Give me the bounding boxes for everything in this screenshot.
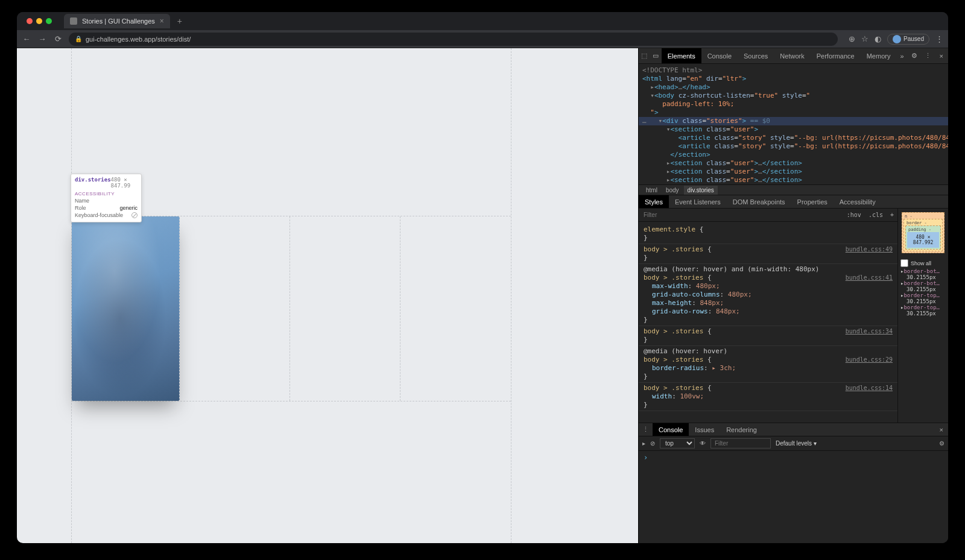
drawer-menu-icon[interactable]: ⋮ — [639, 426, 653, 433]
cls-toggle[interactable]: .cls — [865, 212, 887, 218]
styles-tab-accessibility[interactable]: Accessibility — [834, 195, 882, 208]
search-icon[interactable]: ⊕ — [849, 34, 855, 43]
story-card[interactable] — [403, 216, 511, 401]
tab-title: Stories | GUI Challenges — [82, 17, 155, 25]
devtools-tabbar: ⬚ ▭ Elements Console Sources Network Per… — [639, 48, 948, 64]
tab-strip: Stories | GUI Challenges × + — [17, 12, 948, 30]
back-button[interactable]: ← — [22, 34, 31, 43]
profile-button[interactable]: Paused — [887, 34, 929, 45]
settings-icon[interactable]: ⚙ — [908, 52, 921, 60]
styles-tabbar: Styles Event Listeners DOM Breakpoints P… — [639, 195, 948, 209]
tooltip-role-val: generic — [119, 205, 138, 211]
styles-tab-properties[interactable]: Properties — [791, 195, 834, 208]
box-model[interactable]: n - border - padding - 480 × 847.992 — [898, 209, 948, 257]
inspect-element-icon[interactable]: ⬚ — [639, 52, 650, 60]
window-controls[interactable] — [22, 18, 57, 24]
favicon-icon — [70, 17, 77, 25]
rendered-page[interactable]: div.stories 480 × 847.99 ACCESSIBILITY N… — [17, 48, 638, 543]
forward-button[interactable]: → — [37, 34, 47, 43]
drawer-tab-console[interactable]: Console — [653, 423, 689, 436]
reload-button[interactable]: ⟳ — [53, 34, 63, 43]
log-levels[interactable]: Default levels ▾ — [776, 440, 817, 447]
dom-tree[interactable]: <!DOCTYPE html> <html lang="en" dir="ltr… — [639, 64, 948, 184]
clear-console-icon[interactable]: ⊘ — [650, 440, 655, 447]
browser-tab[interactable]: Stories | GUI Challenges × — [64, 14, 170, 28]
browser-window: Stories | GUI Challenges × + ← → ⟳ 🔒 gui… — [17, 12, 948, 543]
drawer-tabbar: ⋮ Console Issues Rendering × — [639, 423, 948, 436]
maximize-window-icon[interactable] — [46, 18, 52, 24]
new-style-rule-icon[interactable]: + — [887, 212, 897, 218]
console-prompt: › — [644, 453, 648, 462]
minimize-window-icon[interactable] — [36, 18, 42, 24]
hov-toggle[interactable]: :hov — [843, 212, 865, 218]
computed-sidebar: n - border - padding - 480 × 847.992 Sho… — [897, 209, 948, 423]
tooltip-dimensions: 480 × 847.99 — [111, 177, 138, 189]
devtools-panel: ⬚ ▭ Elements Console Sources Network Per… — [638, 48, 948, 543]
null-icon — [131, 212, 138, 218]
devtools-menu-icon[interactable]: ⋮ — [921, 52, 935, 60]
profile-label: Paused — [903, 36, 924, 42]
live-expression-icon[interactable]: 👁 — [700, 440, 706, 447]
close-tab-icon[interactable]: × — [160, 17, 164, 25]
tooltip-selector: div.stories — [75, 177, 111, 189]
close-devtools-icon[interactable]: × — [935, 52, 948, 60]
dom-body-style: padding-left: 10%; — [662, 100, 734, 108]
bm-content: 480 × 847.992 — [907, 232, 939, 248]
close-drawer-icon[interactable]: × — [935, 426, 948, 433]
tab-memory[interactable]: Memory — [861, 48, 897, 63]
tab-network[interactable]: Network — [774, 48, 810, 63]
dom-doctype: <!DOCTYPE html> — [642, 66, 702, 74]
tab-console[interactable]: Console — [701, 48, 738, 63]
address-bar[interactable]: 🔒 gui-challenges.web.app/stories/dist/ — [69, 33, 838, 46]
drawer-tab-issues[interactable]: Issues — [689, 423, 720, 436]
styles-filter-bar: :hov .cls + — [639, 209, 897, 222]
console-settings-icon[interactable]: ⚙ — [939, 440, 944, 447]
breadcrumb-item[interactable]: body — [662, 186, 683, 195]
bookmark-icon[interactable]: ☆ — [861, 34, 868, 43]
context-select[interactable]: top — [660, 438, 695, 448]
content-area: div.stories 480 × 847.99 ACCESSIBILITY N… — [17, 48, 948, 543]
tab-elements[interactable]: Elements — [662, 48, 701, 63]
tooltip-name-key: Name — [75, 198, 89, 204]
breadcrumb-item[interactable]: html — [642, 186, 661, 195]
show-all-label: Show all — [911, 260, 931, 266]
story-card[interactable] — [72, 216, 180, 401]
styles-filter-input[interactable] — [639, 212, 843, 218]
styles-tab-event-listeners[interactable]: Event Listeners — [669, 195, 727, 208]
styles-body: :hov .cls + element.style {}bundle.css:4… — [639, 209, 948, 423]
lock-icon: 🔒 — [75, 36, 82, 42]
dom-breadcrumb: html body div.stories — [639, 184, 948, 195]
tooltip-role-key: Role — [75, 205, 86, 211]
tooltip-focus-key: Keyboard-focusable — [75, 212, 123, 218]
extensions-icon[interactable]: ◐ — [875, 34, 881, 43]
toolbar: ← → ⟳ 🔒 gui-challenges.web.app/stories/d… — [17, 30, 948, 48]
browser-menu-icon[interactable]: ⋮ — [935, 34, 943, 43]
bm-padding: padding - — [907, 227, 939, 232]
story-card[interactable] — [182, 216, 290, 401]
css-rules[interactable]: element.style {}bundle.css:49body > .sto… — [639, 222, 897, 423]
console-filter-input[interactable] — [710, 438, 771, 448]
show-all-checkbox[interactable]: Show all — [900, 258, 946, 268]
new-tab-button[interactable]: + — [174, 16, 186, 26]
stories-container — [71, 48, 511, 543]
styles-tab-dom-breakpoints[interactable]: DOM Breakpoints — [727, 195, 791, 208]
drawer-tab-rendering[interactable]: Rendering — [720, 423, 763, 436]
console-sidebar-icon[interactable]: ▸ — [642, 440, 645, 447]
tab-sources[interactable]: Sources — [738, 48, 774, 63]
console-toolbar: ▸ ⊘ top 👁 Default levels ▾ ⚙ — [639, 436, 948, 451]
element-inspector-tooltip: div.stories 480 × 847.99 ACCESSIBILITY N… — [71, 174, 142, 222]
url-text: gui-challenges.web.app/stories/dist/ — [86, 36, 191, 43]
avatar-icon — [893, 35, 901, 43]
stories-grid — [72, 216, 511, 401]
device-toolbar-icon[interactable]: ▭ — [650, 52, 662, 60]
story-card[interactable] — [293, 216, 400, 401]
console-drawer: ⋮ Console Issues Rendering × ▸ ⊘ top 👁 D… — [639, 423, 948, 543]
breadcrumb-item[interactable]: div.stories — [684, 186, 718, 195]
bm-border: border - — [905, 221, 941, 225]
styles-tab-styles[interactable]: Styles — [639, 195, 669, 208]
tab-performance[interactable]: Performance — [811, 48, 861, 63]
console-body[interactable]: › — [639, 451, 948, 543]
close-window-icon[interactable] — [27, 18, 33, 24]
bm-margin: n - — [903, 214, 943, 219]
more-tabs-icon[interactable]: » — [896, 52, 907, 60]
